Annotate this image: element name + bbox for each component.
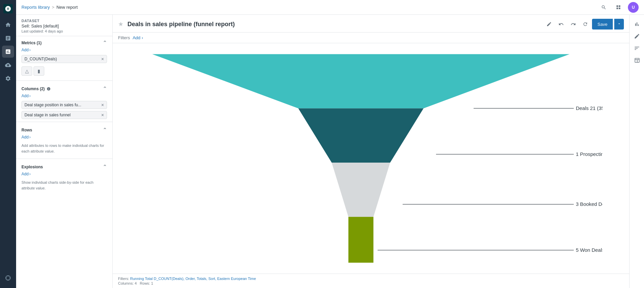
chart-footer: Filters: Running Total D_COUNT(Deals), O… xyxy=(113,274,629,288)
metrics-title: Metrics (1) xyxy=(21,41,42,45)
refresh-icon xyxy=(583,21,588,27)
divider-1 xyxy=(16,80,112,81)
home-icon xyxy=(5,22,11,28)
deals-icon xyxy=(5,35,11,41)
rows-add-link[interactable]: Add › xyxy=(16,135,112,141)
body-area: Dataset Sell: Sales [default] Last updat… xyxy=(16,15,644,288)
filters-add-link[interactable]: Add › xyxy=(132,35,143,40)
nav-icon-zendesk[interactable] xyxy=(2,272,14,284)
footer-filter-running-total[interactable]: Running Total D_COUNT(Deals), xyxy=(130,277,184,281)
metrics-collapse-button[interactable]: ⌃ xyxy=(103,40,107,46)
rows-description: Add attributes to rows to make individua… xyxy=(16,141,112,157)
funnel-segment-3 xyxy=(332,163,390,217)
bar-chart-icon xyxy=(634,21,640,27)
footer-filters-row: Filters: Running Total D_COUNT(Deals), O… xyxy=(118,277,624,281)
metric-tag-dcount[interactable]: D_COUNT(Deals) × xyxy=(21,55,107,63)
footer-columns-rows: Columns: 4 Rows: 1 xyxy=(118,281,624,285)
pencil-icon xyxy=(634,33,640,39)
right-panel-table-btn[interactable] xyxy=(632,55,642,66)
footer-filter-order[interactable]: Order, xyxy=(185,277,196,281)
footer-filter-totals[interactable]: Totals, xyxy=(197,277,207,281)
nav-icon-reports[interactable] xyxy=(2,46,14,58)
nav-icon-upload[interactable] xyxy=(2,59,14,71)
rows-collapse-button[interactable]: ⌃ xyxy=(103,127,107,133)
breadcrumb-reports-link[interactable]: Reports library xyxy=(21,5,50,10)
report-header: ★ Deals in sales pipeline (funnel report… xyxy=(113,15,629,33)
sort-icon xyxy=(634,45,640,51)
divider-2 xyxy=(16,122,112,122)
dataset-updated: Last updated: 4 days ago xyxy=(21,29,107,33)
explosions-collapse-button[interactable]: ⌃ xyxy=(103,164,107,170)
right-panel-pencil-btn[interactable] xyxy=(632,31,642,42)
user-avatar[interactable]: U xyxy=(628,2,639,13)
top-bar-right: U xyxy=(598,2,639,13)
grid-button[interactable] xyxy=(613,2,624,13)
edit-icon xyxy=(546,21,552,27)
settings-icon xyxy=(5,75,11,81)
chart-type-funnel-button[interactable]: △ xyxy=(21,66,32,76)
dataset-name: Sell: Sales [default] xyxy=(21,23,107,28)
rows-section-header: Rows ⌃ xyxy=(16,123,112,135)
footer-filters-label: Filters: xyxy=(118,277,129,281)
divider-3 xyxy=(16,159,112,159)
save-dropdown-button[interactable] xyxy=(614,19,624,30)
nav-icon-settings[interactable] xyxy=(2,72,14,84)
explosions-title: Explosions xyxy=(21,165,43,169)
favorite-icon[interactable]: ★ xyxy=(118,20,123,28)
save-button[interactable]: Save xyxy=(592,19,613,30)
funnel-segment-4 xyxy=(348,217,374,263)
reports-icon xyxy=(5,49,11,55)
app-logo[interactable] xyxy=(3,4,13,13)
footer-rows: Rows: 1 xyxy=(140,281,153,285)
undo-button[interactable] xyxy=(556,19,567,30)
breadcrumb-separator: > xyxy=(52,5,55,10)
columns-title: Columns (2) xyxy=(21,87,45,91)
columns-info-icon xyxy=(47,87,51,91)
nav-icon-home[interactable] xyxy=(2,19,14,31)
right-panel-chart-btn[interactable] xyxy=(632,19,642,30)
label-text-2: 1 Prospecting Deals 15 (25%) xyxy=(576,151,602,157)
refresh-button[interactable] xyxy=(580,19,591,30)
search-icon xyxy=(601,5,606,10)
label-text-3: 3 Booked Deals 13 (22%) xyxy=(576,201,602,207)
edit-button[interactable] xyxy=(544,19,554,30)
columns-add-link[interactable]: Add › xyxy=(16,94,112,100)
column-tag-stage-position[interactable]: Deal stage position in sales fu... × xyxy=(21,101,107,109)
right-panel-sort-btn[interactable] xyxy=(632,43,642,54)
redo-button[interactable] xyxy=(568,19,579,30)
funnel-chart: Deals 21 (35%) 1 Prospecting Deals 15 (2… xyxy=(119,50,602,267)
explosions-add-link[interactable]: Add › xyxy=(16,172,112,178)
metrics-section-header: Metrics (1) ⌃ xyxy=(16,36,112,48)
metrics-add-link[interactable]: Add › xyxy=(16,48,112,54)
filters-bar: Filters Add › xyxy=(113,33,629,43)
nav-icon-deals[interactable] xyxy=(2,32,14,44)
footer-columns: Columns: 4 xyxy=(118,281,137,285)
funnel-segment-2 xyxy=(298,108,423,163)
rows-title: Rows xyxy=(21,128,32,132)
explosions-description: Show individual charts side-by-side for … xyxy=(16,178,112,194)
grid-icon xyxy=(616,5,621,10)
explosions-section-header: Explosions ⌃ xyxy=(16,160,112,172)
chart-container: Deals 21 (35%) 1 Prospecting Deals 15 (2… xyxy=(113,43,629,274)
report-title: Deals in sales pipeline (funnel report) xyxy=(127,21,540,28)
column-tag-stage-funnel[interactable]: Deal stage in sales funnel × xyxy=(21,111,107,119)
columns-collapse-button[interactable]: ⌃ xyxy=(103,86,107,92)
column-remove-button-1[interactable]: × xyxy=(101,103,104,107)
left-navigation xyxy=(0,0,16,288)
column-remove-button-2[interactable]: × xyxy=(101,113,104,117)
report-actions: Save xyxy=(544,19,624,30)
funnel-segment-1 xyxy=(152,54,570,108)
metric-remove-button[interactable]: × xyxy=(101,57,104,61)
footer-filter-sort[interactable]: Sort, xyxy=(208,277,216,281)
label-text-4: 5 Won Deals 11 (18%) xyxy=(576,247,602,253)
footer-filter-timezone[interactable]: Eastern European Time xyxy=(217,277,256,281)
chart-type-bar-button[interactable]: ▮ xyxy=(34,66,44,76)
right-panel xyxy=(629,15,644,288)
chevron-down-icon xyxy=(617,22,621,26)
columns-section-header: Columns (2) ⌃ xyxy=(16,82,112,94)
breadcrumb: Reports library > New report xyxy=(21,5,78,10)
sidebar-panel: Dataset Sell: Sales [default] Last updat… xyxy=(16,15,113,288)
search-button[interactable] xyxy=(598,2,609,13)
undo-icon xyxy=(558,21,564,27)
chart-type-icons: △ ▮ xyxy=(16,64,112,79)
